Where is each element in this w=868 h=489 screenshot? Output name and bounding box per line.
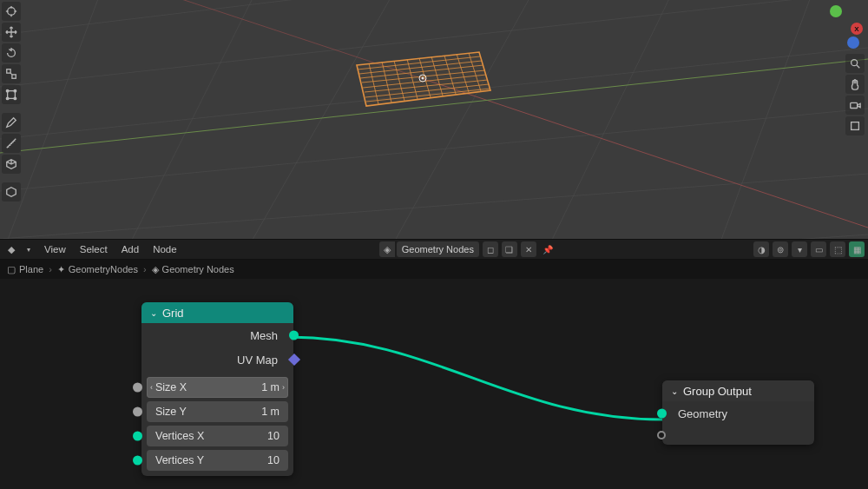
socket-vertsy-in[interactable] xyxy=(133,456,142,466)
menu-select[interactable]: Select xyxy=(74,244,114,254)
svg-line-3 xyxy=(0,109,868,191)
unlink-icon[interactable]: ✕ xyxy=(521,241,536,257)
svg-line-9 xyxy=(365,0,538,239)
socket-vertsx-in[interactable] xyxy=(133,432,142,441)
field-size-y[interactable]: Size Y 1 m xyxy=(147,401,288,422)
socket-geometry-in[interactable] xyxy=(657,409,667,419)
svg-line-4 xyxy=(0,174,868,239)
orientation-gizmo[interactable]: X xyxy=(816,3,863,50)
chevron-right-icon: › xyxy=(49,264,52,274)
output-mesh-row: Mesh xyxy=(141,323,293,347)
chevron-right-icon: › xyxy=(143,264,147,274)
viewport-3d[interactable]: X xyxy=(0,0,868,239)
menu-node[interactable]: Node xyxy=(147,244,183,254)
breadcrumb-modifier[interactable]: ✦ GeometryNodes xyxy=(57,264,138,275)
svg-line-43 xyxy=(10,73,12,75)
breadcrumb-object[interactable]: ▢ Plane xyxy=(7,264,43,275)
nodegroup-label: Geometry Nodes xyxy=(402,244,474,254)
field-vertices-y[interactable]: Vertices Y 10 xyxy=(147,450,288,471)
editor-type-icon[interactable]: ◆ xyxy=(3,241,19,257)
chevron-right-icon: › xyxy=(282,383,285,392)
node-output-header[interactable]: ⌄ Group Output xyxy=(662,380,814,401)
perspective-toggle-icon[interactable] xyxy=(845,116,865,135)
socket-sizex-in[interactable] xyxy=(133,383,142,393)
output-uvmap-row: UV Map xyxy=(141,347,293,372)
field-sizex-label: Size X xyxy=(155,381,187,393)
chevron-left-icon: ‹ xyxy=(150,383,153,392)
field-vertsx-value: 10 xyxy=(267,430,279,442)
node-output-title: Group Output xyxy=(683,385,752,398)
output-uvmap-label: UV Map xyxy=(237,354,278,367)
menu-view[interactable]: View xyxy=(38,244,72,254)
svg-point-36 xyxy=(8,8,16,16)
measure-tool-icon[interactable] xyxy=(2,134,21,153)
svg-line-50 xyxy=(857,65,860,69)
field-sizex-value: 1 m xyxy=(261,381,279,393)
overlay-toggle-icon[interactable]: ◑ xyxy=(753,241,769,257)
field-size-x[interactable]: ‹› Size X 1 m xyxy=(147,377,288,398)
svg-point-35 xyxy=(422,77,424,80)
breadcrumb-group[interactable]: ◈ Geometry Nodes xyxy=(152,264,234,275)
menu-add[interactable]: Add xyxy=(115,244,145,254)
pin-icon[interactable]: 📌 xyxy=(540,241,556,257)
chevron-down-icon: ⌄ xyxy=(150,308,157,318)
field-vertsy-label: Vertices Y xyxy=(155,454,204,466)
nodegroup-name-field[interactable]: Geometry Nodes xyxy=(397,241,479,257)
svg-line-0 xyxy=(0,0,868,35)
svg-point-46 xyxy=(14,89,16,92)
gizmo-x-axis[interactable]: X xyxy=(851,23,863,35)
socket-extend-in[interactable] xyxy=(657,431,666,439)
svg-point-49 xyxy=(852,60,858,66)
field-vertsy-value: 10 xyxy=(267,454,279,466)
output-mesh-label: Mesh xyxy=(250,329,278,342)
hand-icon[interactable] xyxy=(845,75,865,94)
node-editor-canvas[interactable]: ⌄ Grid Mesh UV Map ‹› Size X 1 m Size Y … xyxy=(0,279,868,489)
chevron-down-icon[interactable]: ▾ xyxy=(21,241,36,257)
add-cube-tool-icon[interactable] xyxy=(2,155,21,174)
gizmo-y-axis[interactable] xyxy=(830,5,842,17)
annotate-tool-icon[interactable] xyxy=(2,113,21,132)
node-grid[interactable]: ⌄ Grid Mesh UV Map ‹› Size X 1 m Size Y … xyxy=(141,302,293,476)
field-sizey-value: 1 m xyxy=(261,406,279,418)
svg-point-45 xyxy=(6,89,9,92)
camera-view-icon[interactable] xyxy=(845,96,865,115)
node-editor-header: ◆ ▾ View Select Add Node ◈ Geometry Node… xyxy=(0,239,868,260)
cube-outline-icon[interactable] xyxy=(2,182,21,202)
socket-uvmap-out[interactable] xyxy=(288,354,300,366)
fake-user-icon[interactable]: ◻ xyxy=(483,241,498,257)
svg-point-48 xyxy=(14,97,16,100)
svg-rect-42 xyxy=(12,75,16,78)
socket-sizey-in[interactable] xyxy=(133,407,142,417)
socket-mesh-out[interactable] xyxy=(289,331,299,340)
cursor-tool-icon[interactable] xyxy=(2,2,21,21)
svg-line-12 xyxy=(421,78,868,228)
snap-icon[interactable]: ⊚ xyxy=(773,241,788,257)
viewport-toolbar xyxy=(2,2,21,202)
filter-icon[interactable]: ⬚ xyxy=(830,241,845,257)
viewport-grid xyxy=(0,0,868,239)
node-grid-title: Grid xyxy=(162,307,184,320)
node-grid-header[interactable]: ⌄ Grid xyxy=(141,302,293,323)
svg-rect-52 xyxy=(852,122,859,130)
node-group-output[interactable]: ⌄ Group Output Geometry xyxy=(662,380,814,445)
scale-tool-icon[interactable] xyxy=(2,64,21,83)
gizmo-z-axis[interactable] xyxy=(847,36,859,49)
transform-tool-icon[interactable] xyxy=(2,85,21,104)
nodegroup-browse-icon[interactable]: ◈ xyxy=(379,241,395,257)
rotate-tool-icon[interactable] xyxy=(2,43,21,63)
field-vertices-x[interactable]: Vertices X 10 xyxy=(147,426,288,446)
svg-rect-51 xyxy=(851,102,858,108)
field-sizey-label: Size Y xyxy=(155,406,187,418)
spreadsheet-icon[interactable]: ▦ xyxy=(849,241,865,257)
field-vertsx-label: Vertices X xyxy=(155,430,204,442)
svg-rect-41 xyxy=(7,69,10,73)
move-tool-icon[interactable] xyxy=(2,23,21,42)
chevron-down-icon: ⌄ xyxy=(671,387,678,396)
breadcrumb: ▢ Plane › ✦ GeometryNodes › ◈ Geometry N… xyxy=(0,260,868,279)
new-nodegroup-icon[interactable]: ❏ xyxy=(502,241,517,257)
svg-point-47 xyxy=(6,97,9,100)
options-icon[interactable]: ▾ xyxy=(792,241,807,257)
show-used-icon[interactable]: ▭ xyxy=(811,241,826,257)
zoom-icon[interactable] xyxy=(845,54,865,73)
input-geometry-label: Geometry xyxy=(678,407,727,420)
